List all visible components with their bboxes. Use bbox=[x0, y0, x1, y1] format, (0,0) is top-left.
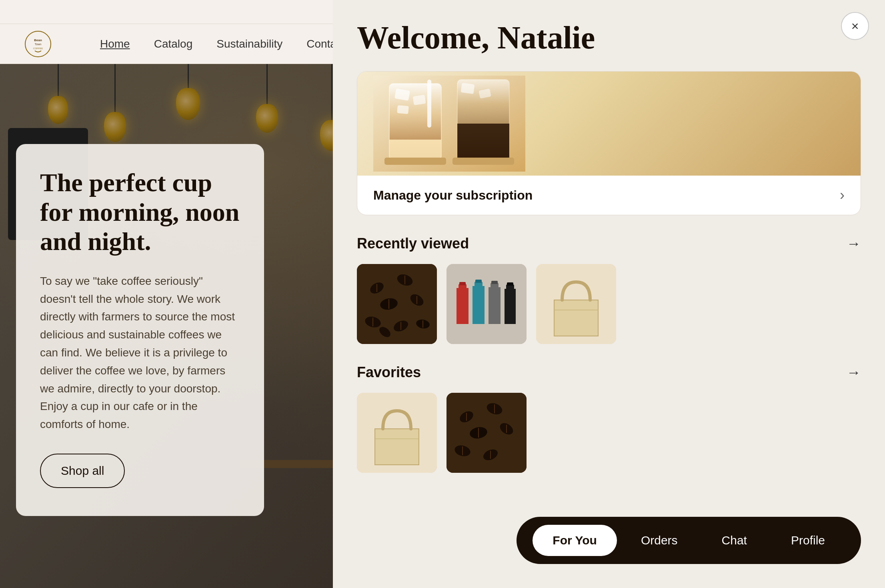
svg-rect-40 bbox=[489, 287, 501, 324]
nav-catalog[interactable]: Catalog bbox=[154, 38, 193, 50]
favorites-header: Favorites → bbox=[357, 364, 861, 381]
svg-rect-45 bbox=[507, 282, 513, 286]
svg-rect-9 bbox=[389, 140, 441, 160]
svg-rect-13 bbox=[461, 83, 475, 94]
svg-rect-47 bbox=[554, 300, 598, 336]
bottom-navigation: For You Orders Chat Profile bbox=[333, 524, 885, 588]
favorites-section: Favorites → bbox=[357, 364, 861, 473]
recently-viewed-section: Recently viewed → bbox=[357, 235, 861, 344]
tab-for-you[interactable]: For You bbox=[533, 525, 617, 556]
svg-rect-16 bbox=[453, 158, 514, 165]
side-panel: × Welcome, Natalie bbox=[333, 0, 885, 588]
subscription-label: Manage your subscription bbox=[373, 188, 533, 203]
svg-rect-34 bbox=[457, 288, 469, 324]
tab-orders[interactable]: Orders bbox=[621, 525, 698, 556]
coffee-beans-fav-visual bbox=[447, 393, 527, 473]
logo-area[interactable]: Bean Town COFFEE bbox=[24, 30, 52, 58]
favorites-arrow-icon[interactable]: → bbox=[847, 364, 861, 381]
product-thumb-coffee-beans-recent[interactable] bbox=[357, 264, 437, 344]
product-thumb-coffee-beans-fav[interactable] bbox=[447, 393, 527, 473]
hero-title: The perfect cup for morning, noon and ni… bbox=[40, 168, 240, 256]
product-thumb-bags-recent[interactable] bbox=[447, 264, 527, 344]
nav-links: Home Catalog Sustainability Contact bbox=[100, 38, 345, 50]
recently-viewed-arrow-icon[interactable]: → bbox=[847, 235, 861, 252]
svg-rect-15 bbox=[457, 124, 509, 160]
svg-rect-7 bbox=[413, 95, 426, 105]
svg-text:Town: Town bbox=[35, 43, 41, 46]
svg-rect-39 bbox=[475, 280, 482, 283]
recently-viewed-title: Recently viewed bbox=[357, 235, 469, 252]
tab-profile[interactable]: Profile bbox=[771, 525, 845, 556]
shop-all-button[interactable]: Shop all bbox=[40, 454, 125, 488]
svg-text:COFFEE: COFFEE bbox=[33, 47, 43, 50]
product-thumb-tote-recent[interactable] bbox=[536, 264, 616, 344]
recently-viewed-products bbox=[357, 264, 861, 344]
svg-rect-42 bbox=[491, 281, 498, 284]
subscription-card[interactable]: Manage your subscription › bbox=[357, 71, 861, 215]
panel-welcome-heading: Welcome, Natalie bbox=[357, 20, 861, 55]
svg-rect-37 bbox=[473, 286, 485, 324]
nav-home[interactable]: Home bbox=[100, 38, 130, 50]
hero-content-card: The perfect cup for morning, noon and ni… bbox=[16, 144, 264, 516]
favorites-title: Favorites bbox=[357, 364, 421, 381]
subscription-chevron-icon: › bbox=[840, 187, 845, 204]
recently-viewed-header: Recently viewed → bbox=[357, 235, 861, 252]
tote-bag-fav-visual bbox=[357, 393, 437, 473]
coffee-beans-visual bbox=[357, 264, 437, 344]
product-thumb-tote-fav[interactable] bbox=[357, 393, 437, 473]
svg-rect-11 bbox=[427, 80, 431, 128]
svg-rect-36 bbox=[459, 282, 466, 285]
bottom-nav-inner: For You Orders Chat Profile bbox=[517, 517, 861, 564]
coffee-bags-visual bbox=[447, 264, 527, 344]
logo-icon: Bean Town COFFEE bbox=[24, 30, 52, 58]
nav-sustainability[interactable]: Sustainability bbox=[216, 38, 282, 50]
coffee-glasses-illustration bbox=[373, 76, 525, 172]
svg-rect-8 bbox=[397, 105, 409, 114]
subscription-footer: Manage your subscription › bbox=[357, 176, 861, 215]
svg-rect-43 bbox=[505, 289, 516, 324]
svg-rect-51 bbox=[375, 429, 419, 465]
favorites-products bbox=[357, 393, 861, 473]
svg-rect-10 bbox=[384, 158, 446, 165]
subscription-image bbox=[357, 72, 861, 176]
tab-chat[interactable]: Chat bbox=[702, 525, 767, 556]
hero-description: To say we "take coffee seriously" doesn'… bbox=[40, 272, 240, 434]
tote-bag-visual bbox=[536, 264, 616, 344]
svg-text:Bean: Bean bbox=[34, 38, 42, 42]
close-button[interactable]: × bbox=[841, 12, 869, 40]
